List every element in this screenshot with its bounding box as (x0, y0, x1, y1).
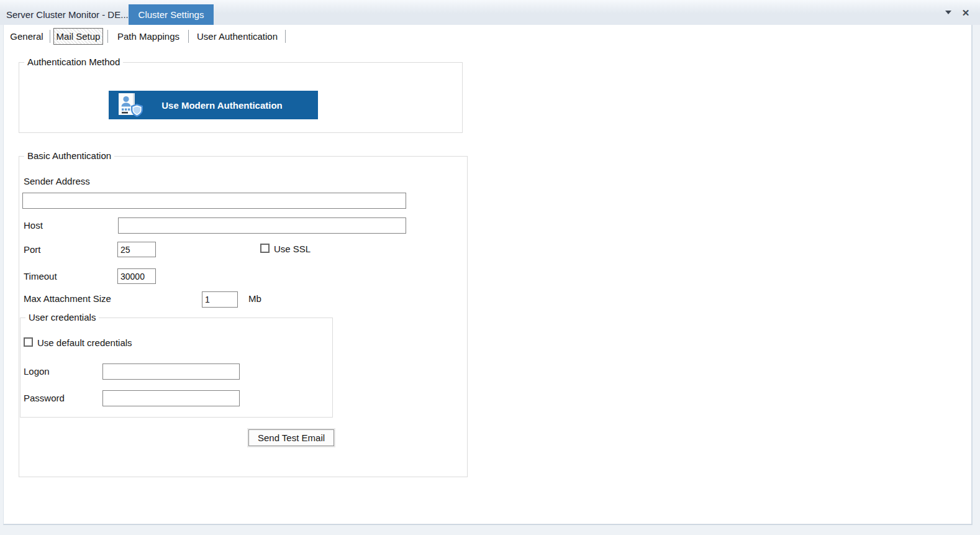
cluster-settings-window: Server Cluster Monitor - DE... Cluster S… (0, 0, 980, 535)
chevron-down-icon (945, 11, 951, 14)
tab-mail-setup[interactable]: Mail Setup (53, 28, 103, 45)
use-default-credentials-checkbox[interactable] (24, 337, 33, 347)
tab-separator (107, 30, 108, 43)
max-attachment-size-label: Max Attachment Size (24, 293, 111, 304)
close-icon: ✕ (962, 8, 970, 17)
group-label: User credentials (25, 312, 99, 322)
port-label: Port (24, 244, 41, 255)
tab-label: Path Mappings (117, 31, 179, 42)
tab-label: User Authentication (197, 31, 278, 42)
tab-user-authentication[interactable]: User Authentication (190, 28, 284, 45)
doc-tab-label: Cluster Settings (138, 9, 204, 20)
use-ssl-label: Use SSL (274, 244, 311, 254)
send-test-email-button[interactable]: Send Test Email (248, 429, 334, 446)
tab-separator (188, 30, 189, 43)
sender-address-label: Sender Address (24, 176, 90, 186)
group-label: Basic Authentication (24, 150, 114, 161)
button-label: Use Modern Authentication (143, 100, 318, 111)
id-card-shield-icon (116, 93, 143, 117)
doc-tab-label: Server Cluster Monitor - DE... (6, 9, 129, 20)
window-menu-button[interactable] (943, 7, 954, 18)
tab-separator (285, 30, 286, 43)
max-attachment-size-input[interactable] (202, 291, 238, 308)
logon-label: Logon (24, 366, 50, 377)
group-label: Authentication Method (24, 57, 123, 67)
sender-address-input[interactable] (22, 193, 406, 209)
use-ssl-checkbox[interactable] (260, 244, 270, 253)
tab-label: General (10, 31, 43, 42)
password-label: Password (24, 393, 65, 403)
tab-general[interactable]: General (5, 28, 48, 45)
host-label: Host (24, 220, 43, 231)
timeout-input[interactable] (117, 268, 156, 284)
doc-tab-server-cluster-monitor[interactable]: Server Cluster Monitor - DE... (0, 4, 135, 25)
max-attachment-unit-label: Mb (248, 293, 261, 304)
use-default-credentials-label: Use default credentials (37, 337, 132, 348)
tab-label: Mail Setup (57, 31, 101, 42)
tab-separator (50, 30, 50, 43)
document-tab-bar: Server Cluster Monitor - DE... Cluster S… (0, 0, 980, 25)
window-close-button[interactable]: ✕ (960, 7, 971, 18)
logon-input[interactable] (102, 364, 240, 380)
button-label: Send Test Email (258, 432, 325, 443)
host-input[interactable] (118, 217, 406, 234)
doc-tab-cluster-settings[interactable]: Cluster Settings (129, 4, 214, 25)
timeout-label: Timeout (24, 271, 57, 281)
tab-path-mappings[interactable]: Path Mappings (109, 28, 188, 45)
password-input[interactable] (102, 390, 240, 406)
use-modern-authentication-button[interactable]: Use Modern Authentication (109, 91, 318, 119)
port-input[interactable] (117, 242, 156, 257)
window-controls: ✕ (943, 0, 971, 25)
